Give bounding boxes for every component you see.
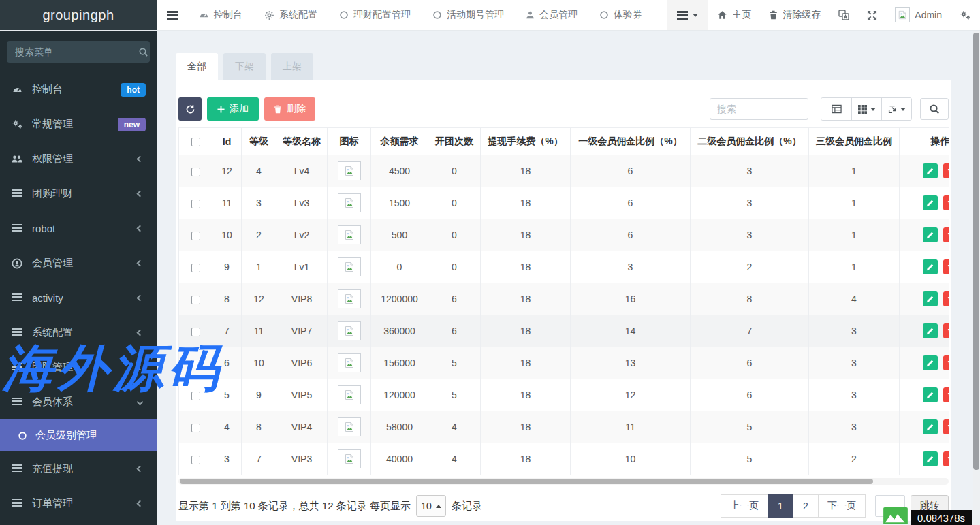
level-icon-broken-image <box>338 161 361 180</box>
row-checkbox[interactable] <box>191 392 200 400</box>
delete-button[interactable]: 删除 <box>264 97 315 121</box>
nav-item-activity-period[interactable]: 活动期号管理 <box>422 0 515 31</box>
delete-row-button[interactable] <box>943 419 949 434</box>
admin-label: Admin <box>915 10 942 20</box>
sidebar-search-input[interactable] <box>15 46 138 57</box>
list-icon <box>11 464 23 473</box>
page-1-button[interactable]: 1 <box>768 494 793 518</box>
sidebar-item-orders[interactable]: 订单管理 <box>0 486 157 521</box>
times-cell: 4 <box>428 443 481 475</box>
next-page-button[interactable]: 下一页 <box>818 494 866 518</box>
home-icon <box>717 10 727 20</box>
delete-row-button[interactable] <box>943 291 949 306</box>
sidebar-item-system-config[interactable]: 系统配置 <box>0 315 157 350</box>
edit-button[interactable] <box>923 323 938 338</box>
refresh-button[interactable] <box>178 97 202 121</box>
settings-button[interactable] <box>951 0 980 30</box>
id-cell: 4 <box>212 411 242 443</box>
columns-button[interactable] <box>851 98 881 120</box>
add-button[interactable]: 添加 <box>207 97 259 121</box>
sidebar-item-member-system[interactable]: 会员体系 <box>0 385 157 419</box>
search-icon[interactable] <box>138 47 148 57</box>
clear-cache-link[interactable]: 清除缓存 <box>760 0 829 30</box>
tab-all[interactable]: 全部 <box>176 53 218 80</box>
detail-view-button[interactable] <box>821 98 851 120</box>
edit-button[interactable] <box>923 259 938 274</box>
c3-cell: 1 <box>809 187 900 219</box>
tab-off-shelf[interactable]: 下架 <box>223 53 266 80</box>
edit-button[interactable] <box>923 195 938 210</box>
sidebar-item-groupbuy[interactable]: 团购理财 <box>0 176 157 211</box>
row-checkbox[interactable] <box>191 456 200 464</box>
edit-button[interactable] <box>923 387 938 402</box>
row-checkbox[interactable] <box>191 424 200 432</box>
row-checkbox[interactable] <box>191 232 200 240</box>
delete-row-button[interactable] <box>943 323 949 338</box>
export-button[interactable] <box>881 98 911 120</box>
nav-item-voucher[interactable]: 体验券 <box>588 0 653 31</box>
edit-button[interactable] <box>923 355 938 370</box>
trash-icon <box>769 10 778 20</box>
nav-item-label: 系统配置 <box>279 9 317 21</box>
table-row: 102Lv2500018631 <box>179 219 949 251</box>
execution-timer: 0.084378s <box>911 510 972 525</box>
tab-on-shelf[interactable]: 上架 <box>271 53 313 80</box>
table-search-button[interactable] <box>920 98 949 120</box>
delete-row-button[interactable] <box>943 355 949 370</box>
delete-row-button[interactable] <box>943 387 949 402</box>
row-checkbox[interactable] <box>191 296 200 304</box>
prev-page-button[interactable]: 上一页 <box>721 494 768 518</box>
horizontal-scrollbar[interactable] <box>178 478 949 485</box>
sidebar-item-recharge-withdraw[interactable]: 充值提现 <box>0 451 157 486</box>
sidebar-item-permissions[interactable]: 权限管理 <box>0 142 157 176</box>
delete-row-button[interactable] <box>943 259 949 274</box>
sidebar-item-robot[interactable]: robot <box>0 211 157 246</box>
sidebar-item-activity[interactable]: activity <box>0 281 157 315</box>
row-checkbox[interactable] <box>191 138 200 146</box>
fullscreen-button[interactable] <box>858 0 886 30</box>
row-checkbox[interactable] <box>191 360 200 368</box>
admin-menu[interactable]: Admin <box>886 0 951 30</box>
name-cell: Lv4 <box>276 155 328 187</box>
column-header: 开团次数 <box>428 128 481 155</box>
page-scrollbar[interactable] <box>973 31 980 525</box>
delete-row-button[interactable] <box>943 195 949 210</box>
edit-button[interactable] <box>923 227 938 242</box>
nav-item-finance-config[interactable]: 理财配置管理 <box>328 0 422 31</box>
sidebar-item-member-level-active[interactable]: 会员级别管理 <box>0 419 157 451</box>
delete-row-button[interactable] <box>943 227 949 242</box>
edit-button[interactable] <box>923 419 938 434</box>
edit-button[interactable] <box>923 451 938 466</box>
row-checkbox[interactable] <box>191 264 200 272</box>
id-cell: 5 <box>212 379 242 411</box>
page-size-value: 10 <box>421 500 432 511</box>
edit-button[interactable] <box>923 163 938 178</box>
page-2-button[interactable]: 2 <box>793 494 819 518</box>
sidebar-item-dashboard[interactable]: 控制台 hot <box>0 72 157 107</box>
row-checkbox[interactable] <box>191 168 200 176</box>
horizontal-scrollbar-thumb[interactable] <box>180 479 873 484</box>
list-dropdown-button[interactable] <box>667 0 708 30</box>
list-icon <box>11 398 23 407</box>
home-link[interactable]: 主页 <box>708 0 760 30</box>
row-checkbox[interactable] <box>191 328 200 336</box>
page-scrollbar-thumb[interactable] <box>973 33 979 470</box>
nav-item-members[interactable]: 会员管理 <box>515 0 588 31</box>
c2-cell: 3 <box>691 219 809 251</box>
sidebar-item-members[interactable]: 会员管理 <box>0 246 157 281</box>
actions-cell <box>900 283 949 315</box>
sidebar-toggle-button[interactable] <box>157 0 188 30</box>
delete-row-button[interactable] <box>943 163 949 178</box>
nav-item-dashboard[interactable]: 控制台 <box>188 0 253 31</box>
translate-button[interactable] <box>829 0 858 30</box>
table-search-input[interactable] <box>710 98 808 120</box>
actions-cell <box>900 411 949 443</box>
sidebar-item-label: robot <box>32 223 55 234</box>
page-size-dropdown[interactable]: 10 <box>416 495 446 517</box>
nav-item-system-config[interactable]: 系统配置 <box>253 0 328 31</box>
edit-button[interactable] <box>923 291 938 306</box>
sidebar-item-team[interactable]: 团队管理 <box>0 350 157 385</box>
delete-row-button[interactable] <box>943 451 949 466</box>
sidebar-item-general[interactable]: 常规管理 new <box>0 107 157 142</box>
row-checkbox[interactable] <box>191 200 200 208</box>
